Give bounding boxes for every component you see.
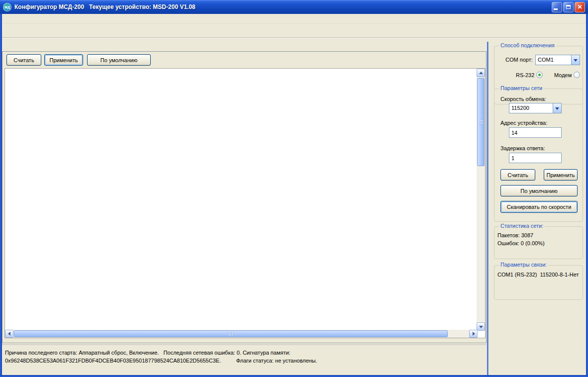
packets-count: Пакетов: 3087: [497, 232, 533, 238]
link-params-value: COM1 (RS-232) 115200-8-1-Нет: [497, 272, 579, 278]
combo-dropdown-icon[interactable]: [553, 103, 561, 113]
panel-splitter[interactable]: [487, 42, 489, 375]
speed-label: Скорость обмена:: [500, 96, 546, 102]
modem-label: Модем: [554, 72, 572, 78]
delay-label: Задержка ответа:: [500, 145, 545, 151]
scan-speed-button[interactable]: Сканировать по скорости: [500, 201, 578, 213]
scroll-left-button[interactable]: [5, 330, 13, 338]
toolbar: [2, 24, 586, 38]
delay-input[interactable]: [509, 153, 562, 163]
link-group-title: Параметры связи:: [499, 262, 548, 268]
chevron-down-icon: [479, 326, 483, 330]
speed-combo[interactable]: 115200: [509, 103, 562, 113]
com-port-value: COM1: [536, 55, 571, 65]
close-icon: ✕: [577, 3, 582, 10]
network-groupbox: Параметры сети Скорость обмена: 115200 А…: [494, 89, 583, 222]
network-group-title: Параметры сети: [499, 85, 544, 91]
network-apply-button[interactable]: Применить: [544, 169, 578, 181]
minimize-button[interactable]: [552, 2, 562, 12]
window-border-right: [586, 14, 588, 377]
device-address-label: Адрес устройства:: [500, 120, 547, 126]
scroll-down-button[interactable]: [477, 322, 485, 331]
stats-group-title: Статистика сети:: [499, 223, 545, 229]
app-icon: МД: [3, 3, 11, 11]
title-bar: МД Конфигуратор МСД-200 Текущее устройст…: [0, 0, 588, 14]
rs232-radio-group[interactable]: RS-232: [516, 72, 543, 78]
grid-body: [5, 79, 478, 331]
vertical-scroll-thumb[interactable]: [477, 78, 485, 166]
device-address-input[interactable]: [509, 127, 562, 138]
link-params-groupbox: Параметры связи: COM1 (RS-232) 115200-8-…: [494, 265, 583, 300]
status-panel: Причина последнего старта: Аппаратный сб…: [2, 345, 487, 375]
minimize-icon: [554, 8, 558, 10]
errors-count: Ошибок: 0 (0.00%): [497, 240, 545, 246]
maximize-button[interactable]: [563, 2, 574, 12]
channels-grid: [4, 68, 486, 338]
apply-button[interactable]: Применить: [44, 54, 83, 66]
speed-value: 115200: [509, 103, 553, 113]
chevron-right-icon: [473, 332, 477, 336]
scroll-up-button[interactable]: [477, 69, 485, 77]
modem-radio-group[interactable]: Модем: [554, 72, 580, 78]
window-border-bottom: [0, 375, 588, 377]
window-title: Конфигуратор МСД-200 Текущее устройство:…: [14, 3, 196, 10]
modem-radio[interactable]: [574, 72, 580, 78]
combo-dropdown-icon[interactable]: [571, 55, 580, 65]
horizontal-scrollbar[interactable]: [5, 330, 478, 338]
scroll-right-button[interactable]: [469, 330, 478, 338]
status-line-1: Причина последнего старта: Аппаратный сб…: [5, 349, 487, 357]
vertical-scrollbar[interactable]: [477, 69, 485, 331]
network-default-button[interactable]: По умолчанию: [500, 185, 578, 196]
network-stats-groupbox: Статистика сети: Пакетов: 3087 Ошибок: 0…: [494, 226, 583, 259]
thumb-grip: [479, 120, 483, 124]
rs232-radio[interactable]: [536, 72, 543, 78]
read-button[interactable]: Считать: [6, 54, 41, 66]
chevron-up-icon: [479, 70, 483, 74]
menu-bar: [2, 14, 586, 24]
settings-tab-page: Считать Применить По умолчанию: [2, 51, 487, 343]
sidebar: Способ подключения COM порт: COM1 RS-232…: [490, 42, 586, 375]
horizontal-scroll-thumb[interactable]: [14, 330, 448, 337]
com-port-label: COM порт:: [505, 57, 533, 63]
status-line-2: 0x96248D538CE53A061F321FDB0F4DCEB40F03E9…: [5, 357, 487, 365]
close-button[interactable]: ✕: [575, 2, 585, 12]
rs232-label: RS-232: [516, 72, 534, 78]
maximize-icon: [566, 5, 571, 9]
thumb-grip: [229, 332, 233, 336]
default-button[interactable]: По умолчанию: [87, 54, 151, 66]
chevron-left-icon: [6, 332, 10, 336]
connection-group-title: Способ подключения: [499, 42, 556, 48]
network-read-button[interactable]: Считать: [500, 169, 535, 181]
com-port-combo[interactable]: COM1: [535, 55, 580, 65]
